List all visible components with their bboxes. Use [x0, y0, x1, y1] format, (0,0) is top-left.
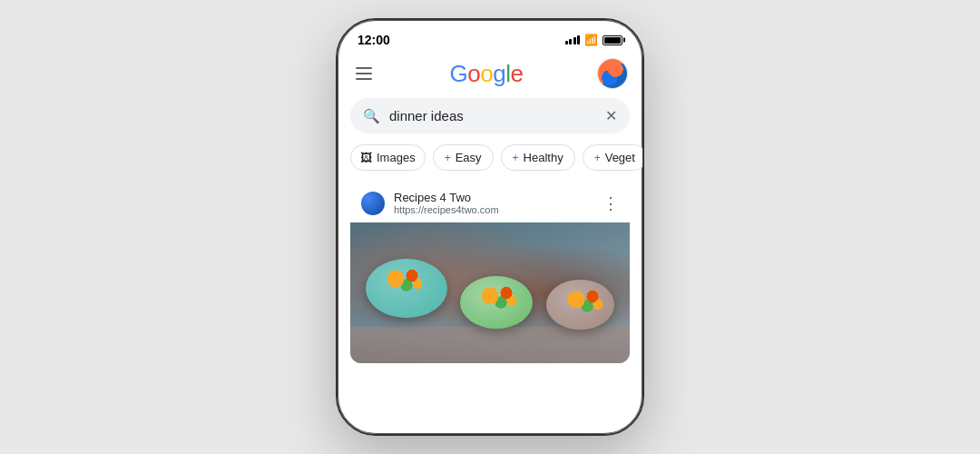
chip-easy-label: Easy	[456, 151, 482, 164]
chip-healthy-label: Healthy	[524, 151, 564, 164]
filter-chips: 🖼 Images + Easy + Healthy + Veget	[338, 144, 642, 182]
chip-easy[interactable]: + Easy	[433, 144, 494, 171]
wifi-icon: 📶	[584, 34, 598, 46]
chip-images-label: Images	[377, 151, 416, 164]
chip-healthy-plus-icon: +	[513, 152, 519, 164]
battery-icon	[603, 35, 622, 45]
app-header: Google	[338, 53, 642, 98]
site-info: Recipes 4 Two https://recipes4two.com	[361, 191, 499, 215]
avatar[interactable]	[597, 58, 628, 89]
site-favicon	[361, 192, 385, 215]
site-name: Recipes 4 Two	[394, 191, 499, 204]
chip-veget-label: Veget	[605, 151, 635, 164]
status-icons: 📶	[565, 34, 623, 46]
search-query: dinner ideas	[389, 108, 596, 123]
status-bar: 12:00 📶	[338, 20, 642, 53]
chip-images[interactable]: 🖼 Images	[350, 144, 426, 171]
images-chip-icon: 🖼	[360, 151, 372, 164]
status-time: 12:00	[358, 33, 390, 47]
chip-veget-plus-icon: +	[594, 152, 601, 164]
food-illustration	[350, 222, 630, 363]
chip-healthy[interactable]: + Healthy	[501, 144, 575, 171]
page-background: 12:00 📶	[0, 0, 980, 454]
result-card: Recipes 4 Two https://recipes4two.com ⋮	[350, 182, 630, 363]
search-bar[interactable]: 🔍 dinner ideas ✕	[350, 98, 630, 133]
chip-veget[interactable]: + Veget	[583, 144, 642, 171]
phone-frame: 12:00 📶	[336, 18, 644, 436]
signal-icon	[565, 35, 581, 44]
food-image	[350, 222, 630, 363]
hamburger-menu[interactable]	[352, 64, 376, 84]
site-url: https://recipes4two.com	[394, 204, 499, 215]
chip-easy-plus-icon: +	[445, 152, 451, 164]
clear-search-button[interactable]: ✕	[605, 107, 617, 124]
phone-wrapper: 12:00 📶	[336, 18, 644, 436]
google-logo: Google	[450, 60, 524, 88]
more-options-button[interactable]: ⋮	[603, 193, 619, 213]
result-header: Recipes 4 Two https://recipes4two.com ⋮	[350, 182, 630, 222]
search-icon: 🔍	[363, 108, 380, 124]
site-details: Recipes 4 Two https://recipes4two.com	[394, 191, 499, 215]
